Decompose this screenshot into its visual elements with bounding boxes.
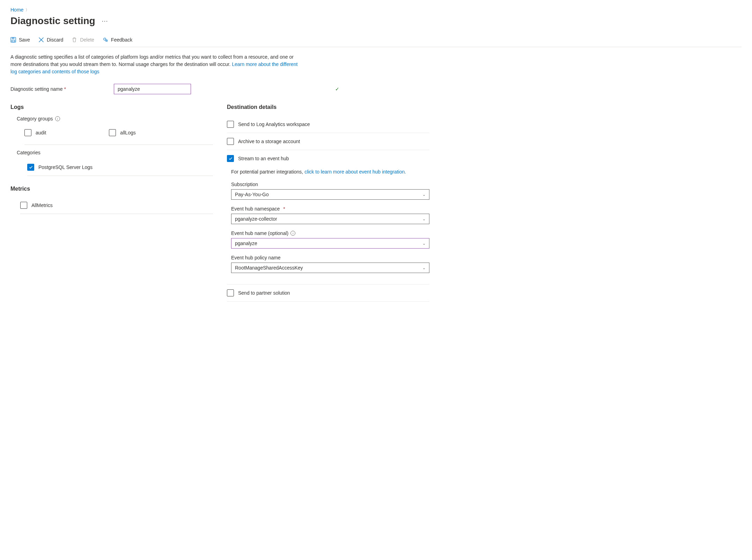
chevron-down-icon: ⌄	[422, 241, 426, 246]
save-button-label: Save	[19, 37, 30, 43]
delete-button: Delete	[72, 37, 94, 43]
subscription-select[interactable]: Pay-As-You-Go ⌄	[231, 189, 429, 200]
policy-select[interactable]: RootManageSharedAccessKey ⌄	[231, 263, 429, 273]
policy-value: RootManageSharedAccessKey	[235, 265, 303, 271]
feedback-button[interactable]: Feedback	[103, 37, 132, 43]
dest-eventhub: Stream to an event hub For potential par…	[227, 150, 429, 285]
checkbox-postgresql-label: PostgreSQL Server Logs	[38, 164, 93, 170]
info-icon[interactable]: i	[290, 231, 295, 236]
required-asterisk: *	[283, 206, 285, 212]
checkbox-audit[interactable]: audit	[24, 126, 46, 140]
description-text: A diagnostic setting specifies a list of…	[10, 53, 300, 75]
subscription-value: Pay-As-You-Go	[235, 192, 269, 197]
setting-name-label: Diagnostic setting name*	[10, 86, 114, 92]
namespace-value: pganalyze-collector	[235, 216, 277, 222]
checkbox-partner[interactable]	[227, 289, 234, 296]
checkbox-log-analytics[interactable]	[227, 121, 234, 128]
hubname-value: pganalyze	[235, 241, 257, 246]
checkbox-audit-label: audit	[36, 130, 46, 135]
chevron-right-icon: 〉	[25, 7, 29, 13]
breadcrumb: Home 〉	[10, 7, 742, 13]
subscription-label: Subscription	[231, 182, 429, 187]
more-actions-icon[interactable]: ⋯	[102, 17, 108, 25]
svg-rect-1	[12, 40, 15, 42]
metrics-heading: Metrics	[10, 186, 213, 192]
category-groups-label: Category groups i	[17, 116, 213, 121]
namespace-label: Event hub namespace*	[231, 206, 429, 212]
chevron-down-icon: ⌄	[422, 266, 426, 270]
dest-log-analytics-label: Send to Log Analytics workspace	[238, 121, 310, 127]
check-icon: ✓	[335, 86, 339, 92]
svg-point-3	[104, 38, 106, 40]
hubname-label: Event hub name (optional) i	[231, 230, 429, 236]
namespace-select[interactable]: pganalyze-collector ⌄	[231, 214, 429, 224]
eventhub-note: For potential partner integrations, clic…	[231, 169, 429, 175]
info-icon[interactable]: i	[55, 116, 60, 121]
dest-partner-label: Send to partner solution	[238, 290, 290, 296]
save-button[interactable]: Save	[10, 37, 30, 43]
chevron-down-icon: ⌄	[422, 192, 426, 197]
page-header: Diagnostic setting ⋯	[10, 15, 742, 27]
checkbox-postgresql-logs[interactable]: PostgreSQL Server Logs	[27, 160, 213, 176]
checkbox-icon[interactable]	[109, 129, 116, 136]
eventhub-learn-link[interactable]: click to learn more about event hub inte…	[304, 169, 406, 175]
checkbox-icon[interactable]	[27, 164, 34, 171]
feedback-icon	[103, 37, 108, 43]
policy-label: Event hub policy name	[231, 255, 429, 260]
logs-heading: Logs	[10, 104, 213, 110]
dest-eventhub-label: Stream to an event hub	[238, 156, 289, 161]
trash-icon	[72, 37, 77, 43]
setting-name-input[interactable]	[114, 84, 191, 94]
feedback-button-label: Feedback	[111, 37, 132, 43]
checkbox-alllogs-label: allLogs	[120, 130, 135, 135]
dest-partner: Send to partner solution	[227, 285, 429, 302]
checkbox-alllogs[interactable]: allLogs	[109, 126, 135, 140]
svg-rect-2	[12, 38, 14, 39]
checkbox-icon[interactable]	[20, 202, 27, 209]
checkbox-storage[interactable]	[227, 138, 234, 145]
save-icon	[10, 37, 16, 43]
checkbox-eventhub[interactable]	[227, 155, 234, 162]
checkbox-icon[interactable]	[24, 129, 31, 136]
destination-heading: Destination details	[227, 104, 429, 110]
delete-button-label: Delete	[80, 37, 94, 43]
dest-storage-label: Archive to a storage account	[238, 139, 300, 144]
discard-button-label: Discard	[47, 37, 63, 43]
dest-log-analytics: Send to Log Analytics workspace	[227, 116, 429, 133]
categories-label: Categories	[17, 150, 213, 155]
setting-name-row: Diagnostic setting name* ✓	[10, 84, 742, 94]
required-asterisk: *	[64, 86, 66, 92]
discard-button[interactable]: Discard	[38, 37, 63, 43]
page-title: Diagnostic setting	[10, 15, 95, 27]
checkbox-allmetrics-label: AllMetrics	[31, 202, 53, 208]
close-icon	[38, 37, 44, 43]
hubname-select[interactable]: pganalyze ⌄	[231, 238, 429, 249]
breadcrumb-home[interactable]: Home	[10, 7, 23, 13]
checkbox-allmetrics[interactable]: AllMetrics	[20, 198, 213, 214]
svg-rect-0	[11, 37, 16, 42]
chevron-down-icon: ⌄	[422, 217, 426, 221]
dest-storage: Archive to a storage account	[227, 133, 429, 150]
toolbar: Save Discard Delete Feedback	[10, 37, 742, 47]
